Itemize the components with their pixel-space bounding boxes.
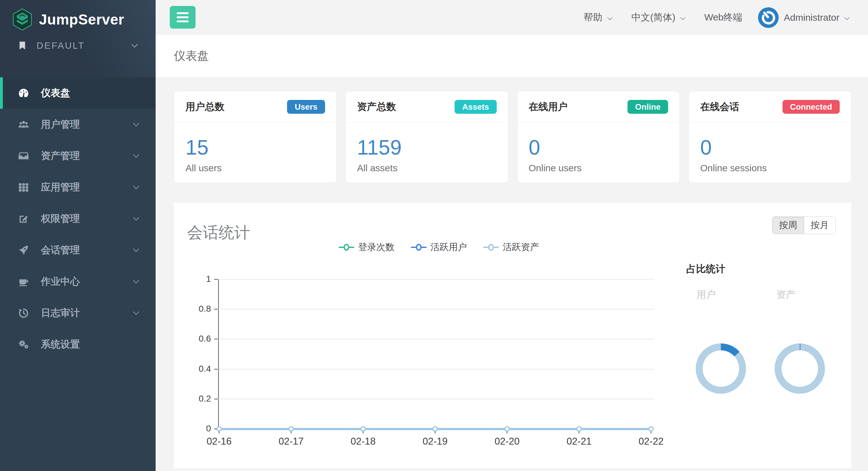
stat-card-label: Online sessions	[700, 163, 840, 173]
jumpserver-logo-icon	[12, 8, 33, 31]
chevron-down-icon	[130, 41, 139, 50]
x-axis-label: 02-16	[200, 436, 238, 447]
chevron-down-icon	[606, 14, 614, 21]
gridline	[218, 309, 654, 309]
bookmark-icon	[18, 41, 27, 50]
sidebar: JumpServer DEFAULT 仪表盘用户管理资产管理应用管理权限管理会话…	[0, 0, 156, 471]
sidebar-item-audits[interactable]: 日志审计	[0, 297, 156, 329]
data-point-marker	[577, 426, 582, 431]
sidebar-item-label: 用户管理	[41, 118, 80, 131]
gridline	[218, 369, 654, 370]
sidebar-header: JumpServer DEFAULT	[0, 0, 156, 77]
sidebar-item-label: 仪表盘	[41, 87, 70, 100]
donut-label-2: 资产	[776, 288, 796, 301]
org-selector[interactable]: DEFAULT	[0, 40, 156, 51]
chevron-down-icon	[679, 14, 687, 21]
sidebar-item-label: 资产管理	[41, 149, 80, 163]
chevron-down-icon	[132, 120, 141, 129]
status-badge: Assets	[455, 100, 496, 114]
sidebar-item-apps[interactable]: 应用管理	[0, 172, 156, 203]
gridline	[218, 339, 654, 339]
y-axis-line	[218, 279, 219, 430]
sidebar-item-perms[interactable]: 权限管理	[0, 203, 156, 234]
avatar[interactable]	[758, 7, 779, 28]
sidebar-item-settings[interactable]: 系统设置	[0, 329, 156, 360]
username: Administrator	[784, 12, 839, 23]
language-menu[interactable]: 中文(简体)	[631, 11, 687, 24]
y-axis-label: 1	[180, 274, 211, 284]
stat-card-label: All users	[185, 163, 325, 173]
line-chart: 00.20.40.60.8102-1602-1702-1802-1902-200…	[174, 203, 851, 468]
stat-card-total-assets: 资产总数Assets1159All assets	[345, 91, 508, 183]
y-axis-label: 0	[180, 424, 211, 434]
dashboard-icon	[18, 87, 32, 99]
status-badge: Users	[287, 100, 325, 114]
data-point-marker	[649, 426, 654, 431]
help-label: 帮助	[584, 11, 602, 24]
gears-icon	[18, 338, 32, 351]
stat-card-title: 在线会话	[700, 100, 739, 113]
session-stats-panel: 会话统计 登录次数活跃用户活跃资产 按周按月 00.20.40.60.8102-…	[174, 203, 851, 468]
gridline	[218, 279, 654, 280]
stat-card-online-users: 在线用户Online0Online users	[517, 91, 680, 183]
y-axis-tick	[214, 279, 218, 280]
edit-icon	[18, 212, 32, 225]
x-axis-label: 02-19	[416, 436, 454, 447]
sidebar-item-label: 作业中心	[41, 275, 80, 288]
data-point-marker	[288, 426, 293, 431]
y-axis-tick	[214, 309, 218, 309]
sidebar-item-sessions[interactable]: 会话管理	[0, 234, 156, 266]
topbar-right: 帮助 中文(简体) Web终端 Administrator	[584, 0, 851, 35]
language-label: 中文(简体)	[631, 11, 675, 24]
web-terminal-label: Web终端	[704, 11, 742, 24]
sidebar-collapse-button[interactable]	[170, 6, 195, 29]
data-point-marker	[361, 426, 366, 431]
stat-card-header: 在线会话Connected	[689, 92, 851, 123]
status-badge: Online	[627, 100, 668, 114]
stat-card-online-sessions: 在线会话Connected0Online sessions	[688, 91, 851, 183]
web-terminal-link[interactable]: Web终端	[704, 11, 742, 24]
assets-icon	[18, 149, 32, 162]
coffee-icon	[18, 275, 32, 288]
x-axis-label: 02-20	[488, 436, 526, 447]
sidebar-item-jobs[interactable]: 作业中心	[0, 266, 156, 297]
stat-card-body: 0Online sessions	[689, 123, 851, 173]
x-axis-label: 02-17	[272, 436, 310, 447]
apps-grid-icon	[18, 181, 32, 194]
sidebar-item-users[interactable]: 用户管理	[0, 109, 156, 140]
stat-card-body: 0Online users	[518, 123, 680, 173]
stat-card-value: 15	[185, 136, 325, 160]
stat-card-label: All assets	[357, 163, 497, 173]
chevron-down-icon	[132, 183, 141, 192]
data-point-marker	[504, 426, 509, 431]
y-axis-tick	[214, 339, 218, 339]
stat-card-header: 资产总数Assets	[346, 92, 508, 123]
user-menu[interactable]: Administrator	[784, 12, 851, 23]
chevron-down-icon	[843, 14, 851, 21]
page-title: 仪表盘	[174, 48, 209, 64]
stat-card-header: 用户总数Users	[174, 92, 336, 123]
data-point-marker	[217, 426, 222, 431]
stat-card-value: 0	[529, 136, 669, 160]
data-point-marker	[433, 426, 438, 431]
y-axis-tick	[214, 369, 218, 370]
sidebar-item-label: 应用管理	[41, 181, 80, 194]
brand[interactable]: JumpServer	[0, 8, 156, 31]
sidebar-item-label: 权限管理	[41, 212, 80, 225]
stat-card-header: 在线用户Online	[518, 92, 680, 123]
sidebar-item-label: 日志审计	[41, 306, 80, 319]
donut-chart-2	[775, 343, 825, 394]
gridline	[218, 399, 654, 399]
stat-card-label: Online users	[529, 163, 669, 173]
help-menu[interactable]: 帮助	[584, 11, 614, 24]
sidebar-item-dashboard[interactable]: 仪表盘	[0, 77, 156, 109]
stat-card-value: 0	[700, 136, 840, 160]
chevron-down-icon	[132, 214, 141, 223]
proportion-title: 占比统计	[686, 262, 725, 275]
status-badge: Connected	[782, 100, 840, 114]
chevron-down-icon	[132, 308, 141, 317]
stat-card-title: 在线用户	[529, 100, 568, 113]
content: 用户总数Users15All users资产总数Assets1159All as…	[156, 77, 868, 468]
sidebar-item-assets[interactable]: 资产管理	[0, 140, 156, 172]
y-axis-tick	[214, 399, 218, 399]
